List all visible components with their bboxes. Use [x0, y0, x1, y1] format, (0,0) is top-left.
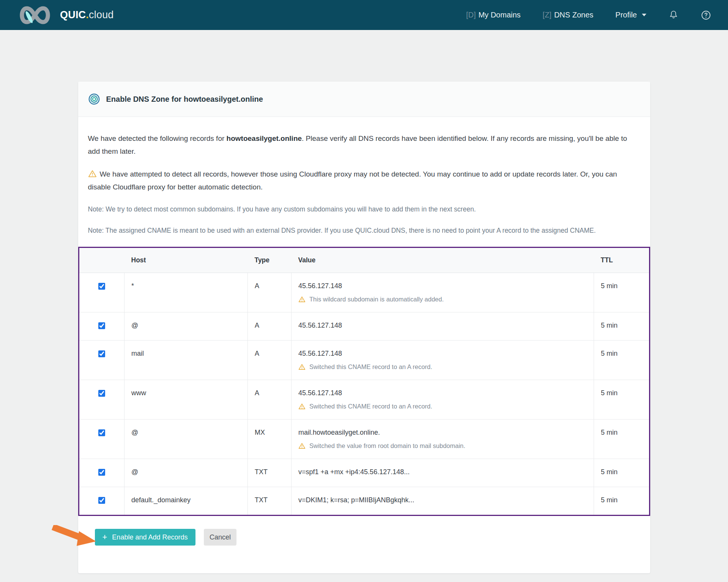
- column-header-value: Value: [292, 248, 594, 273]
- record-value: 45.56.127.148: [298, 322, 587, 330]
- record-ttl: 5 min: [594, 420, 649, 459]
- shortcut-d-badge: [D]: [466, 11, 476, 19]
- cancel-button[interactable]: Cancel: [204, 529, 236, 546]
- bullseye-icon: [88, 93, 100, 105]
- shortcut-z-badge: [Z]: [543, 11, 552, 19]
- table-header-row: Host Type Value TTL: [79, 248, 649, 273]
- nav-my-domains[interactable]: [D] My Domains: [466, 11, 521, 19]
- column-header-host: Host: [124, 248, 248, 273]
- infinity-logo-icon: [17, 4, 53, 26]
- record-host: @: [124, 312, 248, 341]
- table-row: * A 45.56.127.148 This wildcard subdomai…: [79, 273, 649, 312]
- record-host: default._domainkey: [124, 487, 248, 515]
- record-host: www: [124, 380, 248, 420]
- warning-triangle-icon: [298, 403, 306, 410]
- table-row: @ MX mail.howtoeasilyget.online. Switche…: [79, 420, 649, 459]
- annotation-arrow-icon: [52, 525, 97, 549]
- record-type: A: [248, 380, 292, 420]
- record-type: TXT: [248, 487, 292, 515]
- record-value: mail.howtoeasilyget.online.: [298, 429, 587, 437]
- record-host: *: [124, 273, 248, 312]
- warning-triangle-icon: [88, 169, 97, 178]
- record-ttl: 5 min: [594, 273, 649, 312]
- record-checkbox[interactable]: [98, 350, 105, 357]
- enable-and-add-records-button[interactable]: + Enable and Add Records: [95, 529, 195, 546]
- table-row: default._domainkey TXT v=DKIM1; k=rsa; p…: [79, 487, 649, 515]
- table-row: mail A 45.56.127.148 Switched this CNAME…: [79, 341, 649, 380]
- warning-triangle-icon: [298, 363, 306, 371]
- record-value: 45.56.127.148: [298, 389, 587, 397]
- record-host: @: [124, 420, 248, 459]
- domain-name: howtoeasilyget.online: [227, 134, 302, 142]
- record-type: A: [248, 341, 292, 380]
- record-warning: Switched the value from root domain to m…: [298, 442, 587, 450]
- record-value: v=DKIM1; k=rsa; p=MIIBIjANBgkqhk...: [298, 496, 587, 504]
- table-row: @ A 45.56.127.148 5 min: [79, 312, 649, 341]
- note-subdomains: Note: We try to detect most common subdo…: [88, 203, 638, 215]
- record-value: 45.56.127.148: [298, 282, 587, 290]
- help-icon[interactable]: [701, 10, 711, 21]
- record-ttl: 5 min: [594, 459, 649, 487]
- plus-icon: +: [102, 533, 107, 541]
- record-host: @: [124, 459, 248, 487]
- warning-triangle-icon: [298, 442, 306, 450]
- record-checkbox[interactable]: [98, 429, 105, 436]
- record-warning: Switched this CNAME record to an A recor…: [298, 403, 587, 410]
- record-checkbox[interactable]: [98, 390, 105, 397]
- cloudflare-warning: We have attempted to detect all records,…: [88, 168, 638, 194]
- record-ttl: 5 min: [594, 312, 649, 341]
- notifications-bell-icon[interactable]: [668, 10, 679, 20]
- intro-text: We have detected the following records f…: [88, 132, 635, 158]
- record-checkbox[interactable]: [98, 469, 105, 476]
- top-navbar: QUIC.cloud [D] My Domains [Z] DNS Zones …: [0, 0, 728, 30]
- record-checkbox[interactable]: [98, 322, 105, 329]
- table-row: www A 45.56.127.148 Switched this CNAME …: [79, 380, 649, 420]
- record-type: TXT: [248, 459, 292, 487]
- record-checkbox[interactable]: [98, 283, 105, 290]
- brand-text: QUIC.cloud: [60, 9, 114, 21]
- nav-dns-zones[interactable]: [Z] DNS Zones: [543, 11, 594, 19]
- record-ttl: 5 min: [594, 341, 649, 380]
- card-footer: + Enable and Add Records Cancel: [78, 516, 650, 561]
- column-header-ttl: TTL: [594, 248, 649, 273]
- record-value: 45.56.127.148: [298, 350, 587, 358]
- record-warning: This wildcard subdomain is automatically…: [298, 296, 587, 303]
- quic-cloud-logo[interactable]: QUIC.cloud: [17, 4, 114, 26]
- record-warning: Switched this CNAME record to an A recor…: [298, 363, 587, 371]
- record-value: v=spf1 +a +mx +ip4:45.56.127.148...: [298, 468, 587, 476]
- record-type: A: [248, 312, 292, 341]
- record-type: A: [248, 273, 292, 312]
- table-row: @ TXT v=spf1 +a +mx +ip4:45.56.127.148..…: [79, 459, 649, 487]
- enable-dns-zone-card: Enable DNS Zone for howtoeasilyget.onlin…: [78, 82, 650, 573]
- card-header: Enable DNS Zone for howtoeasilyget.onlin…: [78, 82, 650, 117]
- record-checkbox[interactable]: [98, 497, 105, 504]
- record-type: MX: [248, 420, 292, 459]
- warning-triangle-icon: [298, 296, 306, 303]
- record-ttl: 5 min: [594, 380, 649, 420]
- chevron-down-icon: [642, 14, 646, 16]
- note-cname: Note: The assigned CNAME is meant to be …: [88, 225, 638, 236]
- record-ttl: 5 min: [594, 487, 649, 515]
- page-title: Enable DNS Zone for howtoeasilyget.onlin…: [106, 95, 263, 104]
- dns-records-table: Host Type Value TTL * A 45.56.127.148: [78, 247, 650, 516]
- column-header-type: Type: [248, 248, 292, 273]
- column-header-checkbox: [79, 248, 124, 273]
- record-host: mail: [124, 341, 248, 380]
- nav-profile-dropdown[interactable]: Profile: [615, 11, 646, 19]
